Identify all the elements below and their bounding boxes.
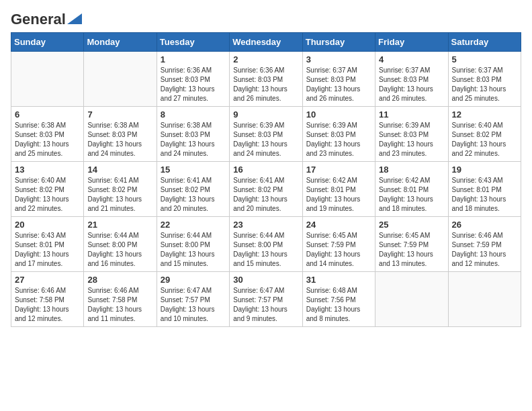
calendar-cell: 16Sunrise: 6:41 AMSunset: 8:02 PMDayligh… [230, 162, 302, 217]
day-info-line: Sunrise: 6:46 AM [87, 286, 152, 295]
day-number: 6 [15, 109, 80, 120]
day-info-line: Sunrise: 6:43 AM [452, 176, 517, 185]
day-info-line: Sunrise: 6:36 AM [161, 66, 226, 75]
week-row-4: 20Sunrise: 6:43 AMSunset: 8:01 PMDayligh… [11, 217, 521, 272]
day-info-line: Daylight: 13 hours and 19 minutes. [306, 195, 371, 214]
calendar-cell: 2Sunrise: 6:36 AMSunset: 8:03 PMDaylight… [230, 52, 302, 107]
calendar-cell: 9Sunrise: 6:39 AMSunset: 8:03 PMDaylight… [230, 107, 302, 162]
day-info-line: Sunset: 8:03 PM [15, 130, 80, 140]
day-number: 23 [233, 220, 298, 230]
day-info: Sunrise: 6:47 AMSunset: 7:57 PMDaylight:… [161, 286, 226, 324]
calendar-cell [11, 52, 84, 107]
day-info-line: Daylight: 13 hours and 18 minutes. [379, 195, 444, 214]
day-info-line: Sunset: 7:59 PM [306, 240, 371, 250]
calendar-cell: 14Sunrise: 6:41 AMSunset: 8:02 PMDayligh… [84, 162, 157, 217]
day-info-line: Sunset: 8:03 PM [306, 130, 371, 140]
day-number: 29 [161, 275, 226, 285]
day-info-line: Sunset: 8:03 PM [452, 75, 517, 85]
calendar-cell: 30Sunrise: 6:47 AMSunset: 7:57 PMDayligh… [230, 272, 302, 327]
day-info-line: Daylight: 13 hours and 23 minutes. [306, 140, 371, 158]
page-header: General [11, 11, 521, 26]
day-info-line: Sunset: 8:03 PM [161, 75, 226, 85]
day-number: 18 [379, 165, 444, 175]
day-info-line: Daylight: 13 hours and 12 minutes. [452, 250, 517, 269]
day-info: Sunrise: 6:38 AMSunset: 8:03 PMDaylight:… [161, 121, 226, 158]
logo-icon [67, 13, 82, 24]
day-info: Sunrise: 6:41 AMSunset: 8:02 PMDaylight:… [87, 176, 152, 214]
day-number: 15 [161, 165, 226, 175]
day-info-line: Daylight: 13 hours and 24 minutes. [161, 140, 226, 158]
day-info-line: Sunrise: 6:38 AM [87, 121, 152, 130]
day-info-line: Daylight: 13 hours and 21 minutes. [87, 195, 152, 214]
day-info-line: Sunset: 8:03 PM [379, 75, 444, 85]
day-number: 5 [452, 54, 517, 64]
day-info-line: Sunrise: 6:41 AM [87, 176, 152, 185]
day-info-line: Daylight: 13 hours and 26 minutes. [233, 85, 298, 103]
day-number: 28 [87, 275, 152, 285]
day-info-line: Sunset: 8:03 PM [161, 130, 226, 140]
day-number: 31 [306, 275, 371, 285]
calendar-cell: 28Sunrise: 6:46 AMSunset: 7:58 PMDayligh… [84, 272, 157, 327]
day-info: Sunrise: 6:36 AMSunset: 8:03 PMDaylight:… [233, 66, 298, 103]
day-info: Sunrise: 6:46 AMSunset: 7:59 PMDaylight:… [452, 231, 517, 269]
weekday-saturday: Saturday [448, 33, 521, 52]
day-info-line: Sunrise: 6:39 AM [306, 121, 371, 130]
day-info-line: Sunset: 8:02 PM [161, 185, 226, 195]
day-info-line: Sunset: 8:01 PM [379, 185, 444, 195]
day-info-line: Sunrise: 6:45 AM [306, 231, 371, 240]
day-info: Sunrise: 6:37 AMSunset: 8:03 PMDaylight:… [379, 66, 444, 103]
week-row-1: 1Sunrise: 6:36 AMSunset: 8:03 PMDaylight… [11, 52, 521, 107]
calendar-cell: 7Sunrise: 6:38 AMSunset: 8:03 PMDaylight… [84, 107, 157, 162]
day-info: Sunrise: 6:42 AMSunset: 8:01 PMDaylight:… [379, 176, 444, 214]
day-number: 30 [233, 275, 298, 285]
day-info: Sunrise: 6:41 AMSunset: 8:02 PMDaylight:… [233, 176, 298, 214]
day-info: Sunrise: 6:39 AMSunset: 8:03 PMDaylight:… [233, 121, 298, 158]
day-info-line: Sunrise: 6:39 AM [379, 121, 444, 130]
calendar-cell: 18Sunrise: 6:42 AMSunset: 8:01 PMDayligh… [375, 162, 448, 217]
day-number: 10 [306, 109, 371, 120]
day-info-line: Sunset: 8:03 PM [87, 130, 152, 140]
day-info-line: Daylight: 13 hours and 8 minutes. [306, 305, 371, 324]
day-info: Sunrise: 6:43 AMSunset: 8:01 PMDaylight:… [15, 231, 80, 269]
svg-marker-0 [67, 13, 82, 24]
calendar-cell: 25Sunrise: 6:45 AMSunset: 7:59 PMDayligh… [375, 217, 448, 272]
day-info: Sunrise: 6:38 AMSunset: 8:03 PMDaylight:… [87, 121, 152, 158]
day-info-line: Daylight: 13 hours and 20 minutes. [161, 195, 226, 214]
day-number: 14 [87, 165, 152, 175]
calendar-cell: 8Sunrise: 6:38 AMSunset: 8:03 PMDaylight… [157, 107, 229, 162]
day-info-line: Daylight: 13 hours and 16 minutes. [87, 250, 152, 269]
day-number: 12 [452, 109, 517, 120]
calendar-cell: 12Sunrise: 6:40 AMSunset: 8:02 PMDayligh… [448, 107, 521, 162]
day-info: Sunrise: 6:45 AMSunset: 7:59 PMDaylight:… [306, 231, 371, 269]
day-info: Sunrise: 6:44 AMSunset: 8:00 PMDaylight:… [87, 231, 152, 269]
day-number: 24 [306, 220, 371, 230]
day-number: 9 [233, 109, 298, 120]
day-info-line: Daylight: 13 hours and 15 minutes. [233, 250, 298, 269]
day-info-line: Sunrise: 6:42 AM [379, 176, 444, 185]
logo-general: General [11, 11, 66, 28]
day-info-line: Sunrise: 6:41 AM [233, 176, 298, 185]
day-info-line: Daylight: 13 hours and 10 minutes. [161, 305, 226, 324]
calendar-body: 1Sunrise: 6:36 AMSunset: 8:03 PMDaylight… [11, 52, 521, 327]
day-info: Sunrise: 6:39 AMSunset: 8:03 PMDaylight:… [379, 121, 444, 158]
day-info-line: Sunset: 7:59 PM [379, 240, 444, 250]
day-info-line: Sunrise: 6:48 AM [306, 286, 371, 295]
day-number: 1 [161, 54, 226, 64]
day-info-line: Sunset: 8:01 PM [15, 240, 80, 250]
day-info-line: Sunrise: 6:47 AM [161, 286, 226, 295]
day-info: Sunrise: 6:42 AMSunset: 8:01 PMDaylight:… [306, 176, 371, 214]
day-info-line: Daylight: 13 hours and 15 minutes. [161, 250, 226, 269]
day-number: 7 [87, 109, 152, 120]
day-info: Sunrise: 6:44 AMSunset: 8:00 PMDaylight:… [161, 231, 226, 269]
day-number: 21 [87, 220, 152, 230]
day-info-line: Sunrise: 6:44 AM [161, 231, 226, 240]
day-info-line: Sunrise: 6:38 AM [161, 121, 226, 130]
calendar-cell: 1Sunrise: 6:36 AMSunset: 8:03 PMDaylight… [157, 52, 229, 107]
day-info-line: Daylight: 13 hours and 24 minutes. [233, 140, 298, 158]
day-info-line: Sunset: 8:00 PM [87, 240, 152, 250]
calendar-cell: 23Sunrise: 6:44 AMSunset: 8:00 PMDayligh… [230, 217, 302, 272]
day-info-line: Sunrise: 6:36 AM [233, 66, 298, 75]
day-info-line: Daylight: 13 hours and 12 minutes. [15, 305, 80, 324]
day-info-line: Daylight: 13 hours and 23 minutes. [379, 140, 444, 158]
weekday-friday: Friday [375, 33, 448, 52]
